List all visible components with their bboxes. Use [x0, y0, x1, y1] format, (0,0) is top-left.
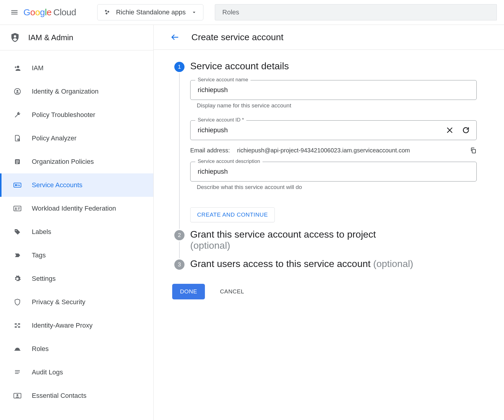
svg-rect-25 [18, 326, 20, 328]
sidebar-item-workload-identity-federation[interactable]: Workload Identity Federation [0, 197, 153, 220]
step-2: 2 Grant this service account access to p… [170, 230, 487, 260]
project-name: Richie Standalone apps [116, 8, 186, 16]
sidebar-item-policy-troubleshooter[interactable]: Policy Troubleshooter [0, 103, 153, 127]
search-text: Roles [222, 8, 239, 16]
sidebar-item-label: Organization Policies [32, 158, 94, 166]
sidebar-item-labels[interactable]: Labels [0, 220, 153, 244]
chevron-down-icon [191, 9, 197, 15]
copy-email-button[interactable] [470, 147, 477, 154]
sidebar-item-label: Workload Identity Federation [32, 205, 116, 212]
lines-icon [13, 368, 22, 376]
svg-rect-10 [16, 160, 19, 161]
footer-buttons: DONE CANCEL [172, 284, 487, 299]
svg-point-32 [16, 394, 18, 396]
tag-icon [13, 228, 22, 236]
sidebar-header: IAM & Admin [0, 25, 153, 50]
done-button[interactable]: DONE [172, 284, 205, 299]
field-label: Service account description [195, 158, 262, 164]
svg-point-18 [15, 208, 17, 209]
svg-rect-27 [14, 350, 20, 351]
svg-point-3 [14, 35, 16, 38]
arrow-tag-icon [13, 251, 22, 260]
project-picker[interactable]: Richie Standalone apps [97, 4, 203, 20]
sidebar-item-label: Service Accounts [32, 181, 82, 189]
svg-point-7 [18, 139, 19, 140]
arrow-left-icon [170, 33, 179, 42]
svg-point-4 [17, 66, 19, 68]
project-dots-icon [104, 9, 111, 16]
sidebar-item-label: IAM [32, 64, 44, 72]
sidebar-item-identity-organization[interactable]: Identity & Organization [0, 80, 153, 103]
clear-id-button[interactable] [446, 126, 454, 134]
sidebar-title: IAM & Admin [28, 33, 73, 42]
shield-user-icon [10, 32, 20, 43]
field-label: Service account ID * [195, 117, 246, 123]
sidebar-item-label: Tags [32, 251, 46, 259]
page-title: Create service account [191, 32, 284, 42]
service-account-id-input[interactable] [197, 126, 446, 134]
sidebar-item-label: Roles [32, 345, 49, 353]
sidebar-item-roles[interactable]: Roles [0, 337, 153, 361]
close-icon [446, 126, 454, 134]
sidebar-item-tags[interactable]: Tags [0, 244, 153, 267]
hat-icon [13, 345, 22, 353]
sidebar-item-audit-logs[interactable]: Audit Logs [0, 361, 153, 384]
service-account-name-field[interactable]: Service account name [190, 80, 477, 100]
back-button[interactable] [170, 33, 179, 42]
hamburger-icon [10, 8, 19, 16]
sidebar-item-privacy-security[interactable]: Privacy & Security [0, 290, 153, 314]
svg-rect-28 [15, 370, 20, 371]
step-1-badge: 1 [174, 62, 184, 72]
svg-rect-16 [19, 185, 20, 186]
svg-point-0 [105, 10, 107, 12]
sidebar-item-identity-aware-proxy[interactable]: Identity-Aware Proxy [0, 314, 153, 337]
sidebar: IAM & Admin IAMIdentity & OrganizationPo… [0, 25, 154, 420]
sidebar-item-iam[interactable]: IAM [0, 56, 153, 80]
sidebar-item-organization-policies[interactable]: Organization Policies [0, 150, 153, 173]
main-header: Create service account [154, 25, 504, 50]
service-account-desc-field[interactable]: Service account description [190, 162, 477, 182]
field-label: Service account name [195, 77, 250, 83]
sidebar-item-policy-analyzer[interactable]: Policy Analyzer [0, 127, 153, 150]
step-2-badge: 2 [174, 230, 184, 240]
copy-icon [470, 147, 477, 154]
regenerate-id-button[interactable] [462, 126, 470, 134]
svg-rect-36 [472, 149, 476, 153]
svg-point-14 [15, 184, 17, 186]
sidebar-item-label: Identity-Aware Proxy [32, 322, 93, 329]
sidebar-item-label: Policy Analyzer [32, 134, 76, 142]
create-and-continue-button[interactable]: CREATE AND CONTINUE [190, 207, 275, 222]
step-1: 1 Service account details Service accoun… [170, 62, 487, 230]
content: 1 Service account details Service accoun… [154, 50, 504, 311]
email-row: Email address: richiepush@api-project-94… [190, 147, 477, 154]
menu-button[interactable] [7, 5, 22, 20]
gear-icon [13, 274, 22, 283]
sidebar-item-label: Identity & Organization [32, 88, 99, 95]
key-badge-icon [13, 181, 22, 189]
step-2-title[interactable]: Grant this service account access to pro… [190, 229, 487, 251]
step-3-title[interactable]: Grant users access to this service accou… [190, 258, 487, 269]
service-account-name-input[interactable] [197, 86, 470, 94]
name-helper: Display name for this service account [190, 100, 477, 117]
svg-rect-24 [18, 323, 20, 325]
sidebar-item-service-accounts[interactable]: Service Accounts [0, 173, 153, 197]
contact-card-icon [13, 392, 22, 400]
svg-rect-22 [15, 323, 17, 325]
svg-rect-11 [16, 162, 19, 162]
step-3: 3 Grant users access to this service acc… [170, 260, 487, 278]
service-account-desc-input[interactable] [197, 167, 470, 176]
svg-point-2 [106, 13, 107, 14]
google-cloud-logo[interactable]: Google Cloud [23, 7, 76, 17]
list-icon [13, 158, 22, 166]
search-box[interactable]: Roles [215, 4, 497, 20]
email-label: Email address: [190, 147, 230, 154]
shield-icon [13, 298, 22, 306]
service-account-id-field[interactable]: Service account ID * [190, 120, 477, 140]
svg-point-21 [16, 230, 16, 231]
doc-search-icon [13, 134, 22, 142]
svg-point-6 [16, 90, 18, 92]
svg-rect-17 [14, 206, 21, 211]
sidebar-item-essential-contacts[interactable]: Essential Contacts [0, 384, 153, 407]
sidebar-item-settings[interactable]: Settings [0, 267, 153, 290]
cancel-button[interactable]: CANCEL [218, 288, 246, 295]
